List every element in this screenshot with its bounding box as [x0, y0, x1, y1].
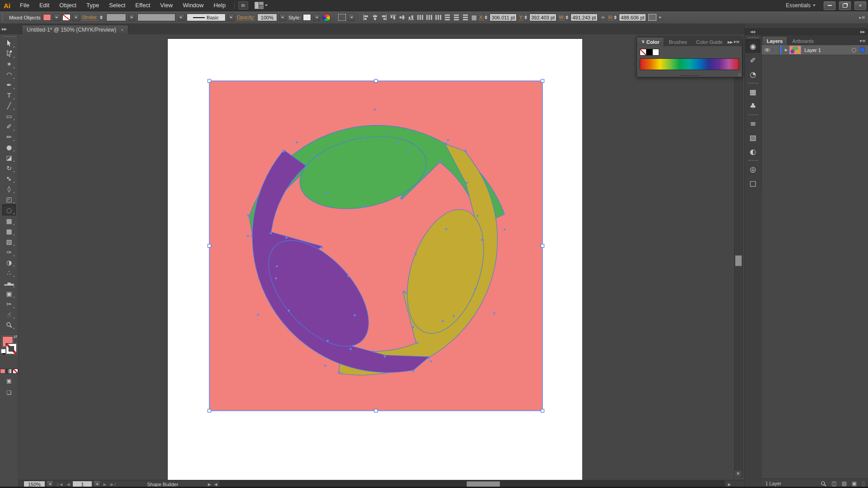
distribute-left-icon[interactable]	[417, 14, 424, 21]
align-right-icon[interactable]	[381, 14, 387, 21]
panel-collapse-icon[interactable]: ▶▶	[728, 40, 732, 44]
vertical-scrollbar[interactable]: ▲ ▼	[734, 39, 743, 477]
drawing-modes-button[interactable]: ▣	[3, 376, 15, 385]
gradient-tool[interactable]: ▧	[3, 236, 15, 247]
scroll-right-arrow[interactable]: ▶	[727, 482, 732, 487]
vertical-scroll-thumb[interactable]	[735, 255, 742, 266]
stroke-panel-icon[interactable]: ≡	[745, 117, 760, 130]
align-bottom-icon[interactable]	[408, 14, 415, 21]
selection-tool[interactable]	[3, 38, 15, 48]
artboard-tool[interactable]: ▣	[3, 288, 15, 299]
column-graph-tool[interactable]: ▂▅▃	[3, 278, 15, 288]
tab-color-guide[interactable]: Color Guide	[692, 38, 727, 46]
scroll-left-arrow[interactable]: ◀	[213, 482, 218, 487]
pencil-tool[interactable]: ✏	[3, 131, 15, 142]
h-stepper[interactable]	[614, 15, 618, 19]
stroke-color-dropdown[interactable]	[73, 14, 80, 21]
layer-selection-indicator[interactable]	[860, 47, 865, 52]
none-color-swatch[interactable]	[640, 49, 646, 56]
scale-tool[interactable]: ↔	[3, 173, 15, 183]
line-segment-tool[interactable]: ╱	[3, 100, 15, 111]
layer-target-icon[interactable]	[852, 48, 856, 52]
scroll-down-arrow[interactable]: ▼	[735, 470, 741, 477]
color-mode-button[interactable]	[0, 369, 5, 374]
width-tool[interactable]: ◊	[3, 183, 15, 194]
shape-builder-tool[interactable]: ◌	[2, 204, 16, 216]
fill-color-dropdown[interactable]	[53, 14, 60, 21]
stroke-weight-label[interactable]: Stroke:	[82, 14, 98, 20]
graphic-style-dropdown[interactable]	[313, 14, 320, 21]
brushes-panel-icon[interactable]: ✐	[745, 53, 760, 67]
eraser-tool[interactable]: ◪	[3, 152, 15, 163]
transparency-panel-icon[interactable]: ◐	[745, 145, 760, 158]
screen-mode-button[interactable]: ❏	[3, 388, 15, 397]
tab-artboards[interactable]: Artboards	[788, 37, 818, 45]
panel-grip[interactable]	[2, 14, 5, 22]
menu-view[interactable]: View	[155, 0, 178, 11]
document-tab[interactable]: Untitled-1* @ 150% (CMYK/Preview) ×	[22, 25, 128, 34]
last-artboard-button[interactable]: ▶❘	[109, 482, 118, 487]
panel-corner-resize[interactable]	[738, 73, 741, 76]
color-guide-panel-icon[interactable]: ◔	[745, 67, 760, 81]
align-horizontal-center-icon[interactable]	[372, 14, 378, 21]
new-layer-icon[interactable]: ▣	[852, 480, 857, 487]
distribute-top-icon[interactable]	[444, 14, 451, 21]
menu-select[interactable]: Select	[104, 0, 130, 11]
stroke-weight-stepper[interactable]	[100, 15, 104, 19]
panel-grip[interactable]	[748, 160, 758, 161]
restore-button[interactable]	[839, 1, 851, 10]
tab-brushes[interactable]: Brushes	[664, 38, 691, 46]
stroke-weight-field[interactable]	[106, 14, 126, 21]
w-field[interactable]: 491.243 pt	[571, 14, 598, 21]
transform-reference-icon[interactable]: ▦	[471, 14, 476, 21]
workspace-switcher[interactable]: Essentials	[786, 2, 820, 9]
w-label[interactable]: W:	[559, 14, 565, 20]
x-field[interactable]: 306.011 pt	[490, 14, 517, 21]
width-profile-dropdown[interactable]	[178, 14, 184, 21]
tab-overflow-icon[interactable]: ▶▶	[0, 27, 9, 34]
perspective-grid-tool[interactable]: ▦	[3, 216, 15, 226]
pen-tool[interactable]: ✒	[3, 80, 15, 90]
previous-artboard-button[interactable]: ◀	[65, 482, 71, 487]
slice-tool[interactable]: ✂	[3, 299, 15, 309]
bridge-button[interactable]: Br	[238, 1, 248, 9]
panel-menu-icon[interactable]: ▾≡	[734, 39, 740, 44]
recolor-artwork-button[interactable]	[322, 14, 330, 22]
eyedropper-tool[interactable]: ✑	[3, 247, 15, 257]
graphic-style-swatch[interactable]	[303, 14, 311, 21]
opacity-dropdown[interactable]	[279, 14, 286, 21]
dock-collapse-icon[interactable]: ▶▶	[860, 30, 865, 34]
artwork-selection[interactable]	[204, 75, 548, 416]
tab-layers[interactable]: Layers	[762, 36, 788, 45]
stroke-indicator[interactable]	[6, 343, 17, 354]
black-swatch[interactable]	[646, 49, 653, 56]
locate-object-icon[interactable]	[821, 481, 826, 487]
color-panel-icon[interactable]: ◉	[745, 39, 760, 53]
status-expand-arrow[interactable]: ▶	[207, 482, 212, 487]
menu-help[interactable]: Help	[208, 0, 231, 11]
canvas-area[interactable]: ▲ ▼ 150% ❘◀ ◀ 1 ▶ ▶❘ Shape Builder ▶ ◀ ▶	[18, 34, 744, 488]
h-label[interactable]: H:	[608, 14, 613, 20]
tab-close-icon[interactable]: ×	[121, 27, 123, 33]
panel-resize-grip[interactable]	[680, 75, 699, 76]
next-artboard-button[interactable]: ▶	[102, 482, 108, 487]
direct-selection-tool[interactable]	[3, 48, 15, 59]
rotate-tool[interactable]: ↻	[3, 163, 15, 173]
zoom-tool[interactable]	[3, 319, 15, 330]
minimize-button[interactable]	[824, 1, 835, 10]
stroke-color-swatch[interactable]	[62, 14, 71, 21]
new-sublayer-icon[interactable]: ▤	[842, 480, 847, 487]
color-spectrum-bar[interactable]	[640, 58, 739, 70]
tab-color[interactable]: ⇅ Color	[637, 37, 664, 46]
width-profile-field[interactable]	[137, 14, 175, 21]
select-similar-button[interactable]	[338, 14, 346, 21]
layer-row[interactable]: ▶ Layer 1	[762, 45, 868, 55]
layer-expand-arrow[interactable]: ▶	[783, 48, 789, 52]
align-top-icon[interactable]	[390, 14, 396, 21]
panel-grip[interactable]	[748, 114, 758, 115]
fill-color-swatch[interactable]	[43, 14, 51, 21]
delete-layer-icon[interactable]: ▯	[862, 480, 865, 487]
panel-grip[interactable]	[748, 37, 758, 38]
x-stepper[interactable]	[485, 15, 489, 19]
y-field[interactable]: 392.403 pt	[529, 14, 557, 21]
